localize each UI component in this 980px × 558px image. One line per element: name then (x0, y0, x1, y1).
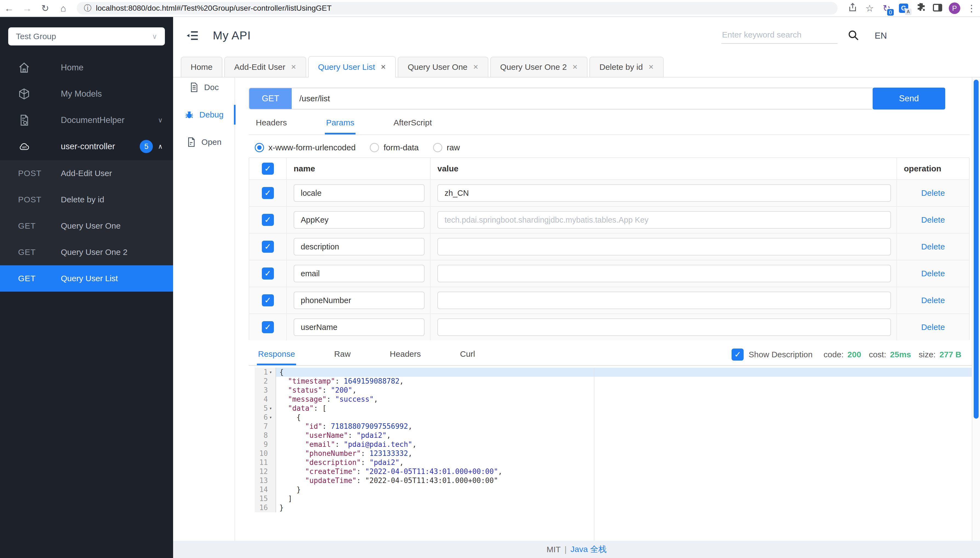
extensions-puzzle-icon[interactable] (912, 2, 929, 14)
sidebar-item-my-models[interactable]: My Models (0, 81, 173, 107)
row-checkbox[interactable]: ✓ (262, 214, 274, 226)
param-value-input[interactable] (437, 265, 891, 282)
tab-query-user-one-2[interactable]: Query User One 2 ✕ (490, 57, 588, 77)
license-text: MIT (547, 545, 561, 554)
row-checkbox[interactable]: ✓ (262, 294, 274, 306)
language-switcher[interactable]: EN (875, 31, 887, 41)
main-area: My API EN Home Add-Edit User ✕ Query Use… (173, 17, 980, 558)
view-debug[interactable]: Debug (173, 105, 235, 125)
param-value-input[interactable] (437, 211, 891, 229)
row-checkbox[interactable]: ✓ (262, 187, 274, 199)
tab-label: Home (190, 62, 213, 72)
browser-menu-icon[interactable]: ⋮ (963, 3, 980, 14)
search-input[interactable] (721, 26, 837, 43)
param-name-input[interactable] (294, 184, 425, 202)
home-icon[interactable]: ⌂ (54, 3, 72, 14)
translate-icon[interactable]: GA (895, 3, 912, 13)
endpoint-query-user-list[interactable]: GET Query User List (0, 265, 173, 292)
view-open[interactable]: Open (173, 132, 235, 152)
tab-headers[interactable]: Headers (255, 117, 288, 135)
row-checkbox[interactable]: ✓ (262, 268, 274, 279)
footer-link[interactable]: Java 全栈 (571, 544, 607, 555)
radio-form-data[interactable] (370, 143, 379, 152)
group-select-value: Test Group (16, 32, 56, 41)
delete-link[interactable]: Delete (921, 323, 945, 332)
side-panel-icon[interactable] (929, 4, 946, 13)
param-value-input[interactable] (437, 238, 891, 256)
delete-link[interactable]: Delete (921, 189, 945, 198)
tab-delete-by-id[interactable]: Delete by id ✕ (589, 57, 664, 77)
translate-sub-letter: A (905, 8, 911, 15)
show-description-checkbox[interactable]: ✓ (732, 348, 744, 361)
code-line: 8 "userName": "pdai2", (255, 431, 972, 440)
param-value-input[interactable] (437, 184, 891, 202)
fold-icon[interactable]: ▾ (268, 413, 273, 422)
search-icon[interactable] (847, 29, 860, 41)
size-value: 277 B (939, 350, 961, 359)
tab-home[interactable]: Home (181, 57, 222, 77)
delete-link[interactable]: Delete (921, 215, 945, 225)
endpoint-query-user-one[interactable]: GET Query User One (0, 213, 173, 239)
tab-resp-headers[interactable]: Headers (389, 348, 422, 365)
param-value-input[interactable] (437, 318, 891, 336)
menu-fold-icon[interactable] (185, 29, 200, 42)
close-icon[interactable]: ✕ (572, 63, 578, 71)
delete-link[interactable]: Delete (921, 269, 945, 278)
profile-avatar[interactable]: P (946, 2, 963, 14)
endpoint-add-edit-user[interactable]: POST Add-Edit User (0, 160, 173, 187)
param-name-input[interactable] (294, 265, 425, 282)
close-icon[interactable]: ✕ (381, 63, 386, 71)
share-icon[interactable] (844, 2, 861, 14)
close-icon[interactable]: ✕ (473, 63, 478, 71)
param-name-input[interactable] (294, 292, 425, 309)
code-label: code: (824, 350, 844, 359)
endpoint-query-user-one-2[interactable]: GET Query User One 2 (0, 239, 173, 265)
close-icon[interactable]: ✕ (291, 63, 296, 71)
request-url-input[interactable] (292, 88, 873, 109)
tab-add-edit-user[interactable]: Add-Edit User ✕ (224, 57, 306, 77)
view-doc[interactable]: Doc (173, 77, 235, 97)
tab-response[interactable]: Response (257, 348, 296, 365)
sidebar-item-user-controller[interactable]: API user-controller 5 ∧ (0, 133, 173, 160)
param-row-username: ✓ Delete (249, 313, 969, 340)
scrollbar-thumb[interactable] (974, 80, 978, 419)
response-editor[interactable]: 1▾{ 2 "timestamp": 1649159088782, 3 "sta… (255, 368, 972, 541)
row-checkbox[interactable]: ✓ (262, 321, 274, 333)
param-name-input[interactable] (294, 211, 425, 229)
radio-raw[interactable] (433, 143, 442, 152)
row-checkbox[interactable]: ✓ (262, 241, 274, 253)
param-name-input[interactable] (294, 238, 425, 256)
group-select[interactable]: Test Group ∨ (8, 27, 165, 46)
fold-icon[interactable]: ▾ (268, 404, 273, 413)
param-value-input[interactable] (437, 292, 891, 309)
page-scrollbar[interactable] (972, 77, 980, 541)
select-all-checkbox[interactable]: ✓ (262, 162, 274, 175)
tab-raw[interactable]: Raw (333, 348, 352, 365)
sidebar-item-documenthelper[interactable]: DocumentHelper ∨ (0, 107, 173, 133)
address-bar[interactable]: ⓘ localhost:8080/doc.html#/Test%20Group/… (77, 2, 837, 15)
close-icon[interactable]: ✕ (648, 63, 654, 71)
tab-query-user-one[interactable]: Query User One ✕ (398, 57, 488, 77)
send-button[interactable]: Send (873, 88, 945, 110)
sync-extension-icon[interactable]: ↻ 0 (878, 3, 895, 14)
tab-label: Query User One (407, 62, 467, 72)
tab-query-user-list[interactable]: Query User List ✕ (308, 56, 396, 77)
forward-icon[interactable]: → (18, 3, 36, 14)
tab-afterscript[interactable]: AfterScript (392, 117, 433, 135)
sidebar-item-home[interactable]: Home (0, 54, 173, 81)
tab-curl[interactable]: Curl (459, 348, 476, 365)
delete-link[interactable]: Delete (921, 242, 945, 251)
radio-x-www-form-urlencoded[interactable] (255, 143, 264, 152)
tab-params[interactable]: Params (325, 117, 355, 135)
bookmark-star-icon[interactable]: ☆ (861, 3, 878, 14)
reload-icon[interactable]: ↻ (36, 3, 54, 14)
svg-text:API: API (22, 146, 26, 149)
fold-icon[interactable]: ▾ (268, 368, 273, 377)
param-name-input[interactable] (294, 318, 425, 336)
method-badge: GET (249, 88, 292, 109)
site-info-icon[interactable]: ⓘ (84, 3, 92, 13)
back-icon[interactable]: ← (0, 3, 18, 14)
endpoint-delete-by-id[interactable]: POST Delete by id (0, 187, 173, 213)
delete-link[interactable]: Delete (921, 296, 945, 305)
endpoint-list: POST Add-Edit User POST Delete by id GET… (0, 160, 173, 292)
